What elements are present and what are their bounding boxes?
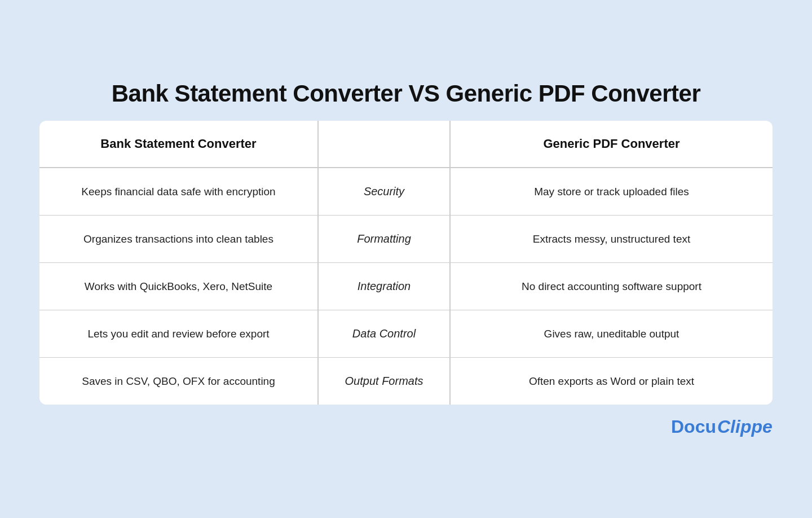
cell-right-4: Often exports as Word or plain text bbox=[450, 358, 773, 405]
cell-middle-1: Formatting bbox=[318, 216, 450, 263]
cell-right-3: Gives raw, uneditable output bbox=[450, 310, 773, 358]
cell-left-4: Saves in CSV, QBO, OFX for accounting bbox=[39, 358, 318, 405]
table-row: Organizes transactions into clean tables… bbox=[39, 216, 773, 263]
table-body: Keeps financial data safe with encryptio… bbox=[39, 168, 773, 405]
cell-middle-0: Security bbox=[318, 168, 450, 216]
docuclipper-logo: Docu Clipper bbox=[671, 412, 773, 438]
cell-left-3: Lets you edit and review before export bbox=[39, 310, 318, 358]
cell-left-1: Organizes transactions into clean tables bbox=[39, 216, 318, 263]
table-row: Works with QuickBooks, Xero, NetSuiteInt… bbox=[39, 263, 773, 310]
cell-right-1: Extracts messy, unstructured text bbox=[450, 216, 773, 263]
cell-middle-3: Data Control bbox=[318, 310, 450, 358]
table-row: Saves in CSV, QBO, OFX for accountingOut… bbox=[39, 358, 773, 405]
header-right: Generic PDF Converter bbox=[450, 121, 773, 168]
table-row: Keeps financial data safe with encryptio… bbox=[39, 168, 773, 216]
table-row: Lets you edit and review before exportDa… bbox=[39, 310, 773, 358]
comparison-table: Bank Statement Converter Generic PDF Con… bbox=[39, 121, 773, 405]
cell-right-0: May store or track uploaded files bbox=[450, 168, 773, 216]
page-title: Bank Statement Converter VS Generic PDF … bbox=[112, 80, 701, 107]
cell-left-2: Works with QuickBooks, Xero, NetSuite bbox=[39, 263, 318, 310]
svg-text:Docu: Docu bbox=[671, 416, 716, 437]
cell-middle-4: Output Formats bbox=[318, 358, 450, 405]
cell-right-2: No direct accounting software support bbox=[450, 263, 773, 310]
cell-left-0: Keeps financial data safe with encryptio… bbox=[39, 168, 318, 216]
header-left: Bank Statement Converter bbox=[39, 121, 318, 168]
svg-text:Clipper: Clipper bbox=[717, 416, 773, 437]
header-middle bbox=[318, 121, 450, 168]
main-container: Bank Statement Converter VS Generic PDF … bbox=[17, 80, 795, 438]
table-header-row: Bank Statement Converter Generic PDF Con… bbox=[39, 121, 773, 168]
cell-middle-2: Integration bbox=[318, 263, 450, 310]
brand-logo: Docu Clipper bbox=[671, 412, 773, 438]
comparison-table-wrapper: Bank Statement Converter Generic PDF Con… bbox=[39, 121, 773, 405]
